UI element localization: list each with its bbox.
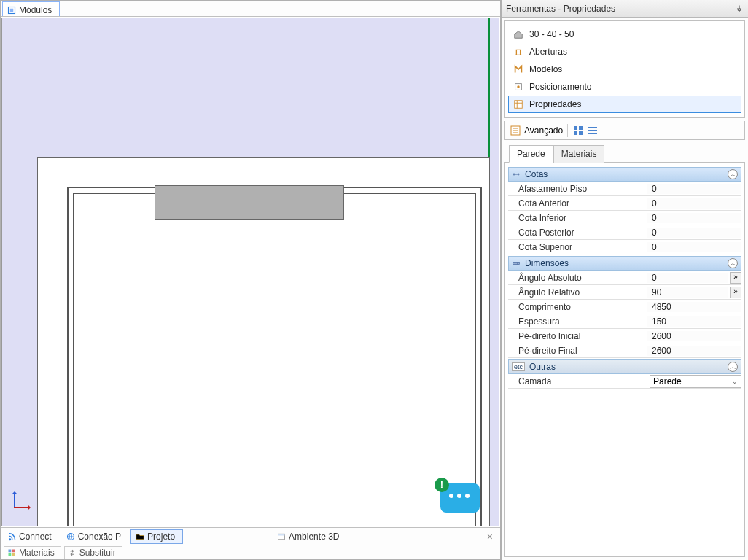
row-pe-direito-inicial[interactable]: Pé-direito Inicial2600: [508, 329, 741, 343]
svg-rect-17: [588, 127, 597, 128]
svg-rect-18: [588, 130, 597, 131]
advanced-label: Avançado: [524, 125, 563, 136]
row-comprimento[interactable]: Comprimento4850: [508, 300, 741, 314]
pin-icon[interactable]: [735, 4, 744, 13]
tab-conexao-label: Conexão P: [78, 532, 121, 542]
collapse-icon[interactable]: ︿: [728, 258, 738, 268]
row-camada[interactable]: Camada Parede ⌄: [508, 374, 741, 389]
tab-projeto-label: Projeto: [147, 532, 175, 542]
tab-ambiente3d-label: Ambiente 3D: [289, 532, 339, 542]
properties-panel: Ferramentas - Propriedades 30 - 40 - 50 …: [501, 0, 748, 560]
tool-modelos-label: Modelos: [529, 64, 562, 74]
positioning-icon: [513, 82, 523, 92]
room-outer-wall: [67, 187, 482, 526]
row-angulo-absoluto[interactable]: Ângulo Absoluto0»: [508, 271, 741, 285]
tab-projeto[interactable]: Projeto: [130, 529, 183, 544]
more-button[interactable]: »: [730, 272, 741, 284]
axis-gizmo: [11, 491, 31, 511]
list-view-icon[interactable]: [587, 125, 599, 136]
tool-304050[interactable]: 30 - 40 - 50: [508, 26, 741, 43]
advanced-icon[interactable]: [510, 125, 521, 136]
footer-tab-materiais[interactable]: Materiais: [4, 546, 61, 559]
row-cota-superior[interactable]: Cota Superior0: [508, 240, 741, 254]
chat-dots-icon: [449, 494, 470, 498]
tool-aberturas-label: Aberturas: [529, 47, 567, 57]
svg-rect-19: [588, 133, 597, 134]
tab-materiais[interactable]: Materiais: [553, 145, 605, 163]
tool-aberturas[interactable]: Aberturas: [508, 43, 741, 61]
svg-rect-8: [12, 553, 15, 556]
svg-point-10: [517, 85, 520, 88]
tool-propriedades-label: Propriedades: [529, 99, 581, 109]
row-afastamento-piso[interactable]: Afastamento Piso0: [508, 182, 741, 196]
collapse-icon[interactable]: ︿: [728, 169, 738, 179]
module-block[interactable]: [155, 185, 344, 220]
tab-modulos[interactable]: Módulos: [2, 1, 60, 16]
grid-view-icon[interactable]: [572, 125, 584, 136]
tab-connect[interactable]: Connect: [2, 529, 60, 544]
tab-connect-label: Connect: [19, 532, 52, 542]
tab-conexao[interactable]: Conexão P: [61, 529, 129, 544]
svg-rect-5: [9, 550, 12, 553]
drawing-sheet: [37, 157, 490, 526]
group-cotas-header[interactable]: Cotas ︿: [508, 167, 741, 182]
footer-tab-materiais-label: Materiais: [19, 548, 55, 558]
toolbar-separator: [567, 124, 568, 137]
opening-icon: [513, 47, 523, 57]
tab-parede[interactable]: Parede: [509, 145, 553, 163]
canvas-viewport[interactable]: !: [1, 18, 499, 526]
row-cota-posterior[interactable]: Cota Posterior0: [508, 225, 741, 240]
group-outras-title: Outras: [529, 362, 556, 372]
camada-select-value: Parede: [653, 376, 682, 386]
main-workspace: Módulos ! Connect: [0, 0, 501, 560]
row-pe-direito-final[interactable]: Pé-direito Final2600: [508, 343, 741, 358]
panel-title-bar[interactable]: Ferramentas - Propriedades: [502, 0, 748, 18]
bottom-tab-row: Connect Conexão P Projeto Ambiente 3D ×: [1, 527, 500, 545]
row-cota-inferior[interactable]: Cota Inferior0: [508, 211, 741, 225]
dimensions-icon: [512, 259, 521, 268]
properties-icon: [513, 99, 523, 109]
svg-rect-16: [579, 131, 583, 135]
svg-rect-7: [9, 553, 12, 556]
tool-posicionamento[interactable]: Posicionamento: [508, 78, 741, 96]
tab-parede-label: Parede: [517, 149, 545, 159]
tab-materiais-label: Materiais: [561, 149, 597, 159]
top-tab-row: Módulos: [1, 1, 500, 17]
tool-list: 30 - 40 - 50 Aberturas Modelos Posiciona…: [504, 20, 745, 118]
svg-rect-14: [579, 126, 583, 130]
rss-icon: [7, 532, 16, 541]
models-icon: [513, 64, 523, 74]
tab-ambiente3d[interactable]: Ambiente 3D: [272, 529, 347, 544]
row-cota-anterior[interactable]: Cota Anterior0: [508, 196, 741, 211]
tool-propriedades[interactable]: Propriedades: [508, 96, 741, 113]
chat-alert-badge: !: [435, 478, 449, 492]
tab-modulos-label: Módulos: [19, 5, 52, 15]
etc-icon: etc: [512, 362, 525, 371]
footer-tab-substituir-label: Substituir: [79, 548, 116, 558]
tool-modelos[interactable]: Modelos: [508, 61, 741, 78]
close-tab-button[interactable]: ×: [481, 531, 499, 542]
group-outras-header[interactable]: etc Outras ︿: [508, 359, 741, 374]
camada-select[interactable]: Parede ⌄: [650, 375, 741, 388]
collapse-icon[interactable]: ︿: [728, 362, 738, 372]
svg-rect-11: [515, 101, 523, 109]
replace-icon: [68, 548, 77, 557]
row-espessura[interactable]: Espessura150: [508, 314, 741, 329]
property-tabs: Parede Materiais: [504, 140, 745, 163]
group-dimensoes-header[interactable]: Dimensões ︿: [508, 256, 741, 271]
cotas-icon: [512, 170, 521, 179]
svg-rect-1: [10, 8, 14, 12]
svg-rect-13: [574, 126, 577, 130]
group-dimensoes-title: Dimensões: [525, 258, 569, 268]
folder-icon: [136, 532, 144, 541]
chat-bubble[interactable]: !: [440, 483, 480, 513]
more-button[interactable]: »: [730, 287, 741, 298]
svg-rect-6: [12, 550, 15, 553]
footer-tab-substituir[interactable]: Substituir: [64, 546, 122, 559]
property-body: Cotas ︿ Afastamento Piso0 Cota Anterior0…: [504, 163, 745, 557]
sub-toolbar: Avançado: [504, 121, 745, 140]
footer-tab-row: Materiais Substituir: [1, 545, 500, 559]
row-angulo-relativo[interactable]: Ângulo Relativo90»: [508, 285, 741, 300]
globe-icon: [66, 532, 75, 541]
tool-posicionamento-label: Posicionamento: [529, 82, 591, 92]
